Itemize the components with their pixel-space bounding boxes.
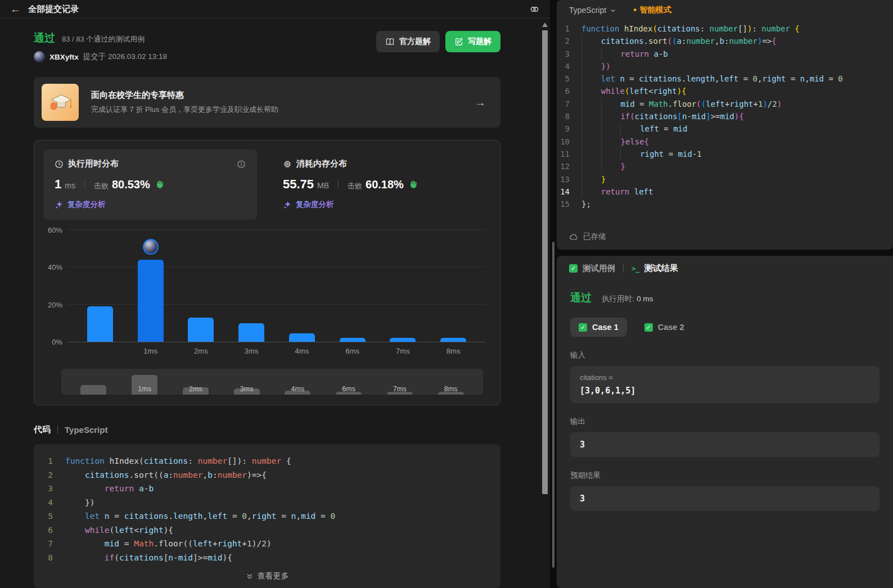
scroll-up-arrow[interactable] [542, 22, 548, 27]
memory-complexity-analysis-link[interactable]: 复杂度分析 [283, 200, 474, 210]
code-line: 12 } [557, 160, 893, 173]
result-summary: 通过 83 / 83 个通过的测试用例 XBXyftx 提交于 2026.03.… [34, 31, 167, 62]
book-icon [385, 37, 395, 47]
chart-bar[interactable] [87, 306, 113, 342]
memory-value: 55.75 [283, 177, 314, 192]
line-number: 9 [557, 123, 581, 135]
y-axis-label: 40% [48, 263, 62, 272]
line-number: 2 [34, 468, 65, 482]
y-axis-label: 0% [52, 338, 62, 346]
username[interactable]: XBXyftx [49, 53, 79, 61]
code-line: 2 citations.sort((a:number,b:number)=>{ [557, 35, 893, 47]
runtime-beat-percent: 80.53% [112, 178, 150, 191]
input-value: [3,0,6,1,5] [580, 386, 870, 396]
input-label: 输入 [570, 350, 880, 360]
line-number: 7 [557, 98, 581, 110]
chevron-double-down-icon [246, 572, 254, 580]
chart-bar[interactable] [188, 318, 214, 342]
minimap-label: 3ms [221, 385, 272, 393]
case-label: Case 2 [658, 323, 684, 332]
official-solution-button[interactable]: 官方题解 [376, 31, 440, 52]
output-label: 输出 [570, 417, 880, 427]
line-number: 15 [557, 198, 581, 210]
test-tabs: ✓ 测试用例 >_ 测试结果 [557, 256, 893, 281]
code-line: 6 while(left<right){ [34, 523, 500, 537]
line-number: 13 [557, 173, 581, 186]
chart-bar[interactable] [440, 338, 466, 342]
line-number: 7 [34, 537, 65, 551]
chart-bar[interactable] [340, 338, 366, 342]
user-position-avatar [143, 239, 159, 255]
code-line: 7 mid = Math.floor((left+right+1)/2) [557, 98, 893, 110]
case-chip[interactable]: ✓Case 1 [570, 318, 627, 337]
editor-status-bar: 已存储 [557, 226, 893, 250]
copy-link-icon[interactable] [529, 4, 540, 15]
code-label: 代码 [34, 424, 51, 435]
line-number: 5 [34, 509, 65, 523]
left-scrollbar[interactable] [542, 20, 548, 586]
code-editor[interactable]: 1function hIndex(citations: number[]): n… [557, 20, 893, 226]
code-line: 8 if(citations[n-mid]>=mid){ [34, 551, 500, 565]
line-number: 6 [557, 85, 581, 97]
chart-bar[interactable] [289, 333, 315, 342]
chart-bar[interactable] [138, 260, 164, 342]
memory-distribution-block[interactable]: 消耗内存分布 55.75 MB 击败 60.18% 复杂度分析 [272, 150, 485, 220]
tab-test-result[interactable]: >_ 测试结果 [632, 263, 678, 274]
scrollbar-thumb[interactable] [542, 30, 548, 494]
case-passed-icon: ✓ [644, 323, 653, 332]
line-number: 4 [557, 60, 581, 73]
case-chip[interactable]: ✓Case 2 [636, 318, 693, 337]
x-axis-label: 8ms [428, 347, 479, 355]
student-promo-banner[interactable]: 面向在校学生的专享特惠 完成认证享 7 折 Plus 会员，享受更多学业及职业成… [34, 77, 500, 128]
test-runtime: 0 ms [637, 295, 653, 303]
panel-resize-handle[interactable] [552, 242, 554, 568]
minimap-label: 6ms [323, 385, 375, 393]
code-line: 2 citations.sort((a:number,b:number)=>{ [34, 468, 500, 482]
chart-bar[interactable] [238, 323, 264, 342]
line-number: 14 [557, 186, 581, 198]
code-line: 6 while(left<right){ [557, 85, 893, 97]
line-number: 4 [34, 496, 65, 510]
code-language: TypeScript [65, 425, 107, 435]
arrow-right-icon[interactable]: → [475, 96, 486, 109]
smart-mode-toggle[interactable]: • 智能模式 [633, 5, 671, 15]
runtime-value: 1 [55, 177, 61, 192]
chart-bar[interactable] [390, 338, 416, 342]
y-axis-label: 60% [48, 226, 62, 234]
line-number: 2 [557, 35, 581, 47]
submission-content: 通过 83 / 83 个通过的测试用例 XBXyftx 提交于 2026.03.… [0, 19, 550, 588]
expected-value: 3 [580, 494, 870, 504]
tab-testcase[interactable]: ✓ 测试用例 [569, 263, 615, 274]
view-more-button[interactable]: 查看更多 [34, 571, 500, 581]
case-passed-icon: ✓ [579, 323, 587, 332]
sparkle-icon [55, 200, 64, 209]
chevron-down-icon[interactable] [610, 7, 616, 14]
minimap-label: 4ms [272, 385, 323, 393]
runtime-distribution-chart: 0%20%40%60% 1ms2ms3ms4ms6ms7ms8ms [43, 230, 485, 355]
editor-header: TypeScript • 智能模式 [557, 0, 893, 20]
line-number: 10 [557, 135, 581, 148]
x-axis-label: 1ms [125, 347, 176, 355]
write-solution-button[interactable]: 写题解 [445, 31, 500, 52]
performance-card: 执行用时分布 1 ms 击败 80.53% [34, 140, 500, 405]
line-number: 12 [557, 160, 581, 173]
code-line: 3 return a-b [557, 48, 893, 60]
checkbox-icon: ✓ [569, 264, 578, 273]
runtime-complexity-analysis-link[interactable]: 复杂度分析 [55, 200, 246, 210]
line-number: 8 [557, 110, 581, 123]
page-title: 全部提交记录 [28, 4, 79, 15]
language-selector[interactable]: TypeScript [569, 6, 606, 15]
pencil-icon [454, 37, 463, 46]
chart-range-brush[interactable]: 1ms2ms3ms4ms6ms7ms8ms [61, 369, 483, 395]
runtime-distribution-block[interactable]: 执行用时分布 1 ms 击败 80.53% [43, 150, 257, 220]
code-line: 10 }else{ [557, 135, 893, 148]
y-axis-label: 20% [48, 300, 62, 309]
chip-icon [283, 160, 292, 169]
clap-icon [408, 180, 417, 189]
back-arrow-icon[interactable]: ← [10, 4, 20, 14]
case-label: Case 1 [592, 323, 619, 332]
code-line: 11 right = mid-1 [557, 148, 893, 160]
code-line: 13 } [557, 173, 893, 186]
info-icon[interactable] [237, 160, 246, 169]
input-box[interactable]: citations = [3,0,6,1,5] [570, 366, 880, 403]
